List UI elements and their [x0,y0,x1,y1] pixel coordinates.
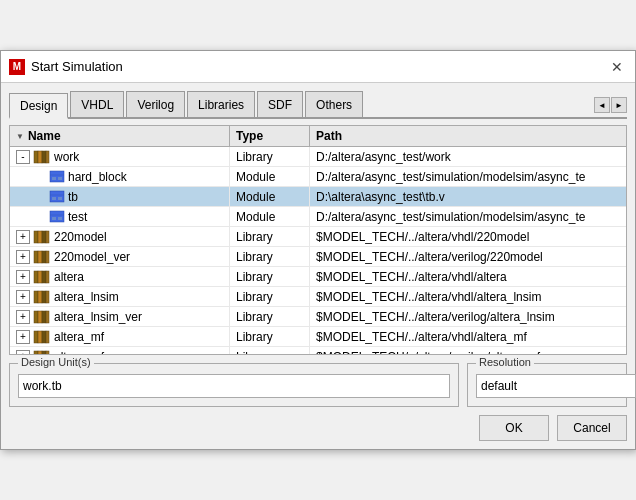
resolution-label: Resolution [476,356,534,368]
expand-btn[interactable]: + [16,250,30,264]
expand-btn[interactable]: - [16,150,30,164]
table-row[interactable]: testModuleD:/altera/async_test/simulatio… [10,207,626,227]
svg-rect-6 [52,177,56,180]
col-name[interactable]: ▼ Name [10,126,230,146]
svg-rect-0 [34,151,38,163]
cell-path: $MODEL_TECH/../altera/vhdl/altera_mf [310,327,626,346]
svg-rect-8 [50,191,64,202]
cell-name: + altera [10,267,230,286]
svg-rect-27 [46,271,49,283]
cell-name: + altera_lnsim_ver [10,307,230,326]
svg-rect-38 [42,331,46,343]
table-row[interactable]: + 220modelLibrary$MODEL_TECH/../altera/v… [10,227,626,247]
svg-rect-21 [38,251,42,263]
svg-rect-39 [46,331,49,343]
cell-name: + altera_mf_ver [10,347,230,355]
svg-rect-18 [42,231,46,243]
svg-rect-20 [34,251,38,263]
expand-btn[interactable]: + [16,290,30,304]
cell-name: hard_block [10,167,230,186]
cell-name-text: altera [54,270,84,284]
table-row[interactable]: + altera_mfLibrary$MODEL_TECH/../altera/… [10,327,626,347]
module-icon [49,210,65,223]
expand-btn[interactable]: + [16,330,30,344]
expand-btn[interactable]: + [16,310,30,324]
svg-rect-29 [38,291,42,303]
svg-rect-1 [38,151,42,163]
expand-btn[interactable]: + [16,270,30,284]
expand-btn[interactable]: + [16,230,30,244]
tab-nav: ◄ ► [594,97,627,117]
module-icon [49,190,65,203]
tab-nav-left[interactable]: ◄ [594,97,610,113]
table-row[interactable]: + altera_mf_verLibrary$MODEL_TECH/../alt… [10,347,626,355]
dialog-title: Start Simulation [31,59,123,74]
table-row[interactable]: + 220model_verLibrary$MODEL_TECH/../alte… [10,247,626,267]
cell-path: D:\altera\async_test\tb.v [310,187,626,206]
resolution-input[interactable] [476,374,636,398]
close-button[interactable]: ✕ [607,57,627,77]
cell-type: Library [230,147,310,166]
cell-name-text: altera_mf [54,330,104,344]
tab-design[interactable]: Design [9,93,68,119]
table-row[interactable]: - workLibraryD:/altera/async_test/work [10,147,626,167]
cell-type: Library [230,267,310,286]
cell-name-text: work [54,150,79,164]
ok-button[interactable]: OK [479,415,549,441]
title-bar-left: M Start Simulation [9,59,123,75]
cell-type: Module [230,207,310,226]
tab-verilog[interactable]: Verilog [126,91,185,117]
resolution-select-row: ▼ [476,374,618,398]
title-bar: M Start Simulation ✕ [1,51,635,83]
svg-rect-4 [50,171,64,182]
svg-rect-3 [46,151,49,163]
design-unit-label: Design Unit(s) [18,356,94,368]
cell-name: + 220model_ver [10,247,230,266]
tab-libraries[interactable]: Libraries [187,91,255,117]
tab-nav-right[interactable]: ► [611,97,627,113]
svg-rect-16 [34,231,38,243]
cell-path: D:/altera/async_test/work [310,147,626,166]
bottom-section: Design Unit(s) Resolution ▼ [9,363,627,407]
cell-name-text: test [68,210,87,224]
svg-rect-34 [42,311,46,323]
module-icon [49,170,65,183]
start-simulation-dialog: M Start Simulation ✕ Design VHDL Verilog… [0,50,636,450]
table-row[interactable]: + alteraLibrary$MODEL_TECH/../altera/vhd… [10,267,626,287]
svg-rect-24 [34,271,38,283]
tab-others[interactable]: Others [305,91,363,117]
cell-name-text: altera_mf_ver [54,350,127,356]
col-type[interactable]: Type [230,126,310,146]
tab-sdf[interactable]: SDF [257,91,303,117]
cell-path: $MODEL_TECH/../altera/vhdl/altera [310,267,626,286]
table-row[interactable]: + altera_lnsimLibrary$MODEL_TECH/../alte… [10,287,626,307]
table-row[interactable]: tbModuleD:\altera\async_test\tb.v [10,187,626,207]
tabs-row: Design VHDL Verilog Libraries SDF Others… [9,91,627,119]
table-row[interactable]: hard_blockModuleD:/altera/async_test/sim… [10,167,626,187]
cell-type: Module [230,187,310,206]
expand-btn[interactable]: + [16,350,30,356]
library-icon [33,350,51,356]
cell-type: Library [230,347,310,355]
cell-name-text: 220model [54,230,107,244]
col-path[interactable]: Path [310,126,626,146]
svg-rect-35 [46,311,49,323]
cancel-button[interactable]: Cancel [557,415,627,441]
svg-rect-40 [34,351,38,356]
svg-rect-7 [58,177,62,180]
library-icon [33,250,51,264]
svg-rect-30 [42,291,46,303]
svg-rect-12 [50,211,64,222]
table-body: - workLibraryD:/altera/async_test/work h… [10,147,626,355]
tab-vhdl[interactable]: VHDL [70,91,124,117]
svg-rect-19 [46,231,49,243]
table-header: ▼ Name Type Path [10,126,626,147]
cell-path: $MODEL_TECH/../altera/verilog/altera_mf [310,347,626,355]
table-row[interactable]: + altera_lnsim_verLibrary$MODEL_TECH/../… [10,307,626,327]
cell-path: $MODEL_TECH/../altera/verilog/220model [310,247,626,266]
design-unit-input[interactable] [18,374,450,398]
svg-rect-41 [38,351,42,356]
dialog-body: Design VHDL Verilog Libraries SDF Others… [1,83,635,449]
svg-rect-11 [58,197,62,200]
cell-path: $MODEL_TECH/../altera/vhdl/altera_lnsim [310,287,626,306]
